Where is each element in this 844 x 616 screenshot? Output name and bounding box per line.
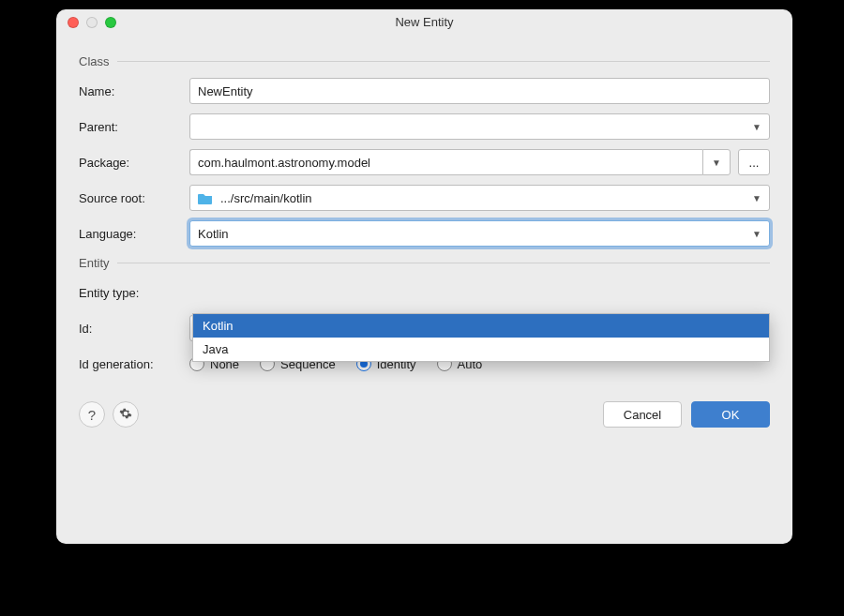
browse-label: ... <box>749 156 760 170</box>
titlebar: New Entity <box>56 9 792 36</box>
label-name: Name: <box>79 84 189 98</box>
zoom-window-button[interactable] <box>105 17 116 28</box>
label-package: Package: <box>79 156 189 170</box>
row-parent: Parent: ▼ <box>79 113 770 140</box>
label-language: Language: <box>79 227 189 241</box>
dialog-body: Class Name: NewEntity Parent: ▼ Package: <box>56 36 792 544</box>
row-source-root: Source root: .../src/main/kotlin ▼ <box>79 185 770 211</box>
label-id-generation: Id generation: <box>79 357 189 371</box>
source-root-value: .../src/main/kotlin <box>220 191 312 205</box>
source-root-select[interactable]: .../src/main/kotlin ▼ <box>189 185 770 211</box>
help-icon: ? <box>88 407 96 423</box>
section-class-label: Class <box>79 54 110 68</box>
package-dropdown-button[interactable]: ▼ <box>702 149 731 175</box>
language-value: Kotlin <box>198 227 229 241</box>
minimize-window-button[interactable] <box>86 17 98 28</box>
chevron-down-icon: ▼ <box>752 229 761 239</box>
language-option-java[interactable]: Java <box>193 338 769 361</box>
row-entity-type: Entity type: <box>79 279 770 306</box>
section-rule <box>117 61 770 62</box>
settings-button[interactable] <box>113 401 139 428</box>
language-option-kotlin[interactable]: Kotlin <box>193 314 769 338</box>
chevron-down-icon: ▼ <box>752 193 761 203</box>
row-language: Language: Kotlin ▼ <box>79 220 770 247</box>
window-controls <box>68 17 116 28</box>
package-combo[interactable]: com.haulmont.astronomy.model ▼ <box>189 149 731 175</box>
folder-icon <box>198 192 213 204</box>
package-browse-button[interactable]: ... <box>738 149 770 175</box>
language-select[interactable]: Kotlin ▼ <box>189 220 770 247</box>
section-rule <box>117 263 770 263</box>
name-field[interactable]: NewEntity <box>189 78 770 104</box>
cancel-button[interactable]: Cancel <box>603 401 682 428</box>
ok-button[interactable]: OK <box>691 401 770 428</box>
gear-icon <box>119 407 132 423</box>
row-package: Package: com.haulmont.astronomy.model ▼ … <box>79 149 770 175</box>
row-name: Name: NewEntity <box>79 78 770 104</box>
window-title: New Entity <box>395 15 453 29</box>
label-entity-type: Entity type: <box>79 286 189 300</box>
section-entity-label: Entity <box>79 256 110 270</box>
dialog-window: New Entity Class Name: NewEntity Parent:… <box>56 9 792 544</box>
section-class: Class <box>79 54 770 68</box>
dialog-footer: ? Cancel OK <box>79 401 770 428</box>
help-button[interactable]: ? <box>79 401 105 428</box>
close-window-button[interactable] <box>68 17 79 28</box>
label-parent: Parent: <box>79 120 189 134</box>
language-dropdown-popup: Kotlin Java <box>192 313 770 362</box>
parent-select[interactable]: ▼ <box>189 113 770 140</box>
label-source-root: Source root: <box>79 191 189 205</box>
section-entity: Entity <box>79 256 770 270</box>
ok-label: OK <box>722 408 740 422</box>
chevron-down-icon: ▼ <box>752 122 761 132</box>
name-value: NewEntity <box>198 84 253 98</box>
package-value: com.haulmont.astronomy.model <box>198 156 370 170</box>
label-id: Id: <box>79 322 189 336</box>
cancel-label: Cancel <box>624 408 661 422</box>
